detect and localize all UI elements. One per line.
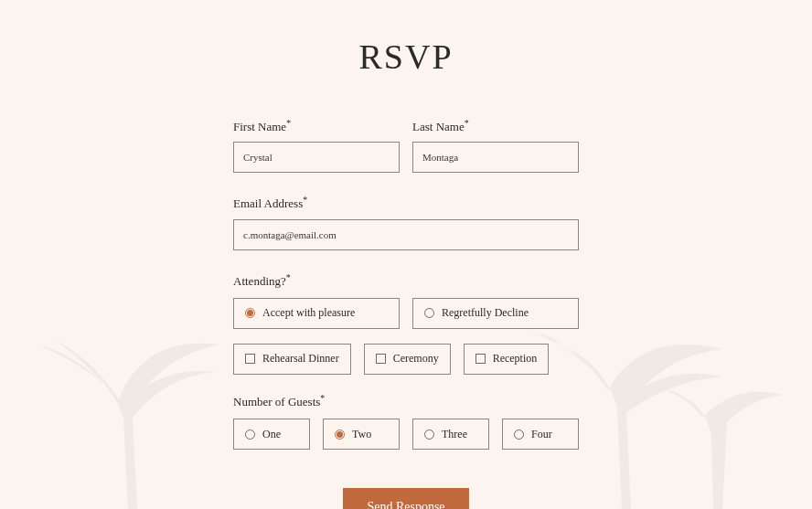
attending-decline-label: Regretfully Decline xyxy=(442,306,529,320)
event-rehearsal-label: Rehearsal Dinner xyxy=(262,352,339,366)
radio-icon xyxy=(424,308,434,318)
guests-two-label: Two xyxy=(352,428,371,441)
radio-icon xyxy=(514,429,524,440)
guests-three-label: Three xyxy=(442,428,467,441)
attending-accept-option[interactable]: Accept with pleasure xyxy=(233,298,400,329)
event-ceremony-label: Ceremony xyxy=(393,352,439,366)
send-response-button[interactable]: Send Response xyxy=(343,488,468,509)
last-name-label: Last Name* xyxy=(412,118,579,134)
event-rehearsal-checkbox[interactable]: Rehearsal Dinner xyxy=(233,344,351,375)
first-name-label: First Name* xyxy=(233,118,400,134)
radio-icon xyxy=(245,308,255,318)
attending-accept-label: Accept with pleasure xyxy=(262,306,355,320)
last-name-field[interactable] xyxy=(412,142,579,173)
guests-three-option[interactable]: Three xyxy=(412,419,489,450)
radio-icon xyxy=(335,429,345,440)
event-ceremony-checkbox[interactable]: Ceremony xyxy=(364,344,451,375)
email-field[interactable] xyxy=(233,219,579,250)
guests-two-option[interactable]: Two xyxy=(323,419,400,450)
attending-label: Attending?* xyxy=(233,272,579,289)
guests-four-option[interactable]: Four xyxy=(502,419,579,450)
radio-icon xyxy=(245,429,255,440)
attending-decline-option[interactable]: Regretfully Decline xyxy=(412,298,579,329)
guests-one-option[interactable]: One xyxy=(233,419,310,450)
radio-icon xyxy=(424,429,434,440)
guests-label: Number of Guests* xyxy=(233,393,579,409)
event-reception-label: Reception xyxy=(493,352,538,366)
event-reception-checkbox[interactable]: Reception xyxy=(464,344,550,375)
guests-four-label: Four xyxy=(531,428,552,441)
email-label: Email Address* xyxy=(233,195,579,211)
first-name-field[interactable] xyxy=(233,142,400,173)
page-title: RSVP xyxy=(233,37,579,77)
checkbox-icon xyxy=(475,354,486,364)
checkbox-icon xyxy=(376,354,386,364)
checkbox-icon xyxy=(245,354,255,364)
guests-one-label: One xyxy=(262,428,281,441)
